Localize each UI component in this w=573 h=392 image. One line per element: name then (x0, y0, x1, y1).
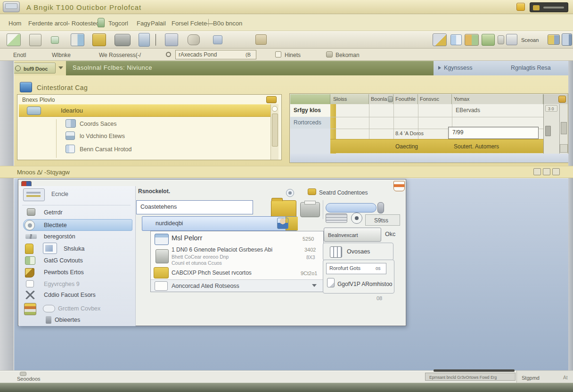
yomax-input[interactable] (452, 129, 528, 136)
sidebar-item-gatg[interactable]: GatG Covtouts (44, 257, 83, 264)
print-tray-icon[interactable] (115, 34, 131, 46)
options-button[interactable]: Ovosaes (347, 248, 370, 255)
details-scroll-corner[interactable] (560, 144, 568, 153)
folders-scrollbar[interactable] (270, 104, 278, 160)
sidebar-item-grcttem[interactable]: Grcttem Covbex (58, 305, 100, 312)
layout-button-1[interactable] (533, 168, 541, 175)
toolbar-item-wlbnke[interactable]: Wlbnke (52, 52, 71, 58)
r3-grip-icon[interactable] (545, 126, 551, 136)
folder-bar-link-2[interactable]: Rgnlagtis Resa (511, 65, 551, 71)
header-cell-foouthle[interactable]: Foouthle (393, 94, 418, 104)
folder-move-icon[interactable] (92, 33, 106, 46)
layout-button-3[interactable] (552, 168, 560, 175)
mail-merge-icon[interactable] (548, 34, 560, 45)
r3-input-box[interactable] (448, 127, 539, 139)
address-book-icon[interactable] (71, 33, 84, 46)
screen-icon[interactable] (506, 34, 517, 45)
folders-scroll-thumb[interactable] (272, 114, 278, 147)
header-cell-boonla[interactable]: Boonla (369, 94, 393, 104)
row-label-1[interactable]: Srfgy klos (290, 104, 330, 117)
folder-item-3[interactable]: Benn Carsat Hrotod (80, 146, 131, 153)
bekoman-label[interactable]: Bekoman (336, 52, 360, 58)
rorofurt-field[interactable]: os (326, 263, 386, 274)
junk-icon[interactable] (482, 34, 495, 46)
toolbar-item-enotl[interactable]: Enotl (13, 52, 26, 58)
printer-large-icon[interactable] (300, 202, 320, 217)
result-row-1[interactable]: Msl Pelorr 5250 (151, 231, 323, 245)
header-folder-icon[interactable] (558, 96, 566, 103)
sidebar-item-blecttete[interactable]: Blecttete (23, 219, 132, 231)
cup-icon[interactable] (393, 181, 405, 191)
sidebar-item-beregorston[interactable]: beregorstón (44, 233, 75, 240)
radio-circle-icon[interactable] (351, 212, 362, 224)
toolbar-item-rosseress[interactable]: We Rosseress(-/ (99, 52, 141, 58)
result-row-3[interactable]: CABCIXP Phch Seuset rvcortos 9Ct2o1 (151, 266, 323, 279)
menu-item-fagy[interactable]: Fagy (137, 20, 150, 27)
send-receive-icon[interactable] (188, 34, 200, 45)
status-task-button[interactable]: Eprnsant bncld Gr3vOrtows Fowd Erg (425, 373, 516, 381)
category-icon[interactable] (255, 34, 267, 45)
phone-icon[interactable] (139, 33, 150, 47)
rules-icon[interactable] (165, 33, 178, 46)
menu-item-b0o[interactable]: B0o bncon (213, 20, 242, 27)
sidebar-item-obieertes[interactable]: Obieertes (55, 317, 80, 323)
folders-selected-row[interactable]: Idearlou (19, 104, 277, 117)
pill-clip-icon[interactable] (377, 202, 384, 213)
app-window-icon[interactable] (3, 1, 20, 12)
menu-item-hom[interactable]: Hom (8, 20, 21, 27)
cell-r1-yomax[interactable]: EBervads (456, 107, 480, 114)
blue-pill-field[interactable] (326, 203, 377, 212)
view-selector-button[interactable]: buf9 Dooc (12, 63, 56, 74)
quick-search-input[interactable] (179, 51, 245, 58)
menu-item-forsel[interactable]: Forsel Fclete— (172, 20, 213, 27)
status-mode-label[interactable]: Stgpmd (522, 375, 540, 381)
selected-table-row[interactable]: Oaecting Soutert. Automers (330, 139, 543, 153)
view-selector-caret[interactable] (58, 66, 63, 69)
menu-item-ferdente[interactable]: Ferdente arcol- Rootesteo (28, 20, 99, 27)
quick-search-box[interactable]: (B (175, 50, 256, 59)
folder-bar-link-1[interactable]: Kgynssess (444, 65, 472, 71)
small-doc-icon[interactable] (51, 36, 59, 44)
row-label-2[interactable]: Rortorceds (290, 117, 330, 129)
header-cell-fonsvsc[interactable]: Fonsvsc (418, 94, 452, 104)
advanced-footer[interactable]: Aoncorcad Ated Rotseoss (151, 279, 323, 292)
scroll-up-button[interactable] (272, 106, 278, 112)
primary-button[interactable]: Bealnvexcart (324, 228, 381, 242)
folder-item-1[interactable]: Coords Saces (80, 121, 117, 127)
copy-pages-icon[interactable] (450, 34, 462, 45)
sidebar-item-shsluka[interactable]: Shsluka (64, 245, 84, 252)
hinets-checkbox[interactable] (275, 51, 281, 57)
new-item-icon[interactable] (7, 33, 21, 46)
search-suffix[interactable]: (B (246, 52, 251, 57)
clipboard-icon[interactable] (498, 35, 504, 44)
splitter-bar[interactable]: Mnoos ∆/ -Stqyagw (0, 166, 573, 178)
side-panel-link[interactable]: GgofV1P ARomhistoo (337, 281, 393, 287)
notebook-icon[interactable] (562, 33, 572, 46)
menu-item-togcorl[interactable]: Togcorl (108, 20, 128, 27)
big-folder-icon[interactable] (271, 200, 296, 218)
flag-icon[interactable] (213, 35, 222, 44)
help-icon[interactable] (516, 3, 525, 11)
sidebar-item-cddio[interactable]: Cddio Facuot Esors (44, 292, 96, 298)
name-input[interactable] (140, 204, 244, 210)
dialog-name-field[interactable] (136, 200, 253, 214)
dialog-search-input[interactable] (156, 220, 269, 227)
screen-label[interactable]: Sceoan (521, 37, 539, 43)
sidebar-item-egyvrcghes[interactable]: Egyvrcghes 9 (44, 281, 80, 287)
result-row-2[interactable]: 1 DN0 6 Gnenote Pelaciot Gsrbeses Abi 34… (151, 245, 323, 266)
sidebar-item-getrrdr[interactable]: Getrrdr (44, 209, 63, 216)
menu-item-palail[interactable]: Palail (151, 20, 166, 27)
details-scrollbar[interactable] (559, 104, 568, 154)
sidebar-pressed-button[interactable] (23, 188, 45, 201)
details-scroll-thumb[interactable] (561, 122, 567, 134)
save-edit-icon[interactable] (433, 33, 447, 46)
hinets-label[interactable]: Hinets (285, 52, 301, 58)
layout-button-2[interactable] (543, 168, 550, 175)
header-cell-sloiss[interactable]: Sloiss (330, 94, 369, 104)
rorofurt-input[interactable] (329, 265, 372, 271)
panel-corner-icon[interactable] (266, 96, 277, 103)
cell-r3-foouthle[interactable]: 8.4 ʼA Doros (395, 131, 424, 136)
folder-item-2[interactable]: lo Vdchino Etews (80, 133, 125, 139)
dialog-search-box[interactable] (142, 216, 297, 231)
tab-s9tss[interactable]: S9tss (365, 214, 400, 226)
